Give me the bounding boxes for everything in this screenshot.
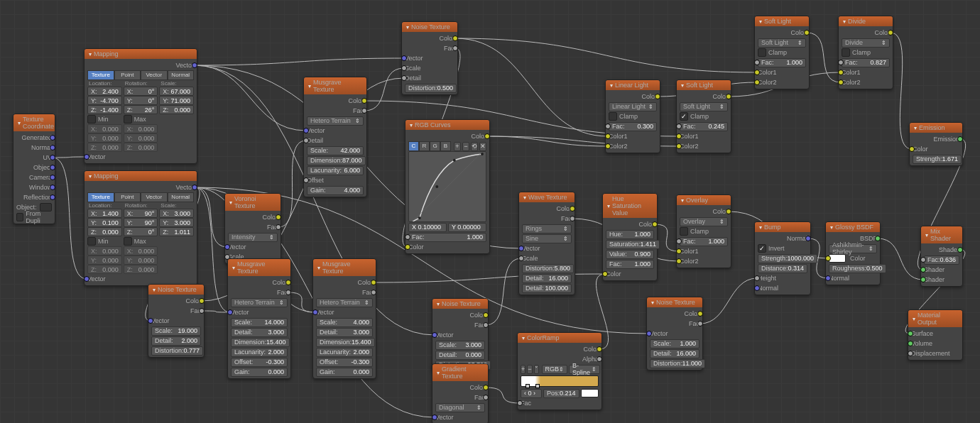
socket[interactable] (192, 185, 197, 190)
socket[interactable] (605, 123, 611, 129)
vec-field[interactable]: X:90° (124, 209, 158, 218)
socket[interactable] (199, 298, 205, 304)
field-Detail:[interactable]: Detail:16.000 (650, 348, 699, 358)
checkbox-Invert[interactable]: Invert (758, 243, 807, 253)
node-header[interactable]: Linear Light (606, 80, 660, 90)
dropdown[interactable]: Soft Light (758, 38, 806, 48)
ramp-controls[interactable]: +−˅RGBB-Spline (521, 364, 599, 374)
vec-field[interactable]: X:1.400 (87, 209, 122, 218)
socket[interactable] (432, 332, 437, 338)
dropdown[interactable]: Hetero Terrain (316, 297, 373, 307)
field-Offset:[interactable]: Offset:-0.300 (231, 357, 288, 367)
checkbox-Max[interactable]: Max (124, 114, 158, 124)
vec-field[interactable]: Y:0.100 (87, 218, 122, 227)
dropdown[interactable]: Sine (522, 234, 572, 243)
node-softlight1[interactable]: Soft LightColorSoft LightClampFac:1.000C… (754, 16, 810, 89)
node-header[interactable]: Gradient Texture (432, 364, 488, 381)
vec-field[interactable]: Z:1.011 (159, 227, 194, 236)
field-Fac:[interactable]: Fac:0.245 (680, 121, 728, 131)
socket[interactable] (361, 108, 367, 114)
node-curves[interactable]: RGB CurvesColorCRGB+−⟲✕X 0.10000Y 0.0000… (405, 119, 490, 254)
field-Lacunarity:[interactable]: Lacunarity:6.000 (307, 165, 364, 175)
node-header[interactable]: Musgrave Texture (313, 259, 376, 276)
socket[interactable] (303, 128, 309, 133)
field-Roughness:[interactable]: Roughness:0.500 (829, 263, 877, 273)
socket[interactable] (50, 175, 55, 180)
field-Scale:[interactable]: Scale:1.000 (650, 339, 699, 348)
socket[interactable] (483, 395, 489, 400)
field-Distortion:[interactable]: Distortion:0.500 (405, 83, 454, 93)
field-Fac:[interactable]: Fac:1.000 (408, 232, 486, 242)
socket[interactable] (192, 62, 197, 68)
socket[interactable] (483, 322, 489, 328)
node-header[interactable]: Divide (839, 16, 893, 26)
socket[interactable] (361, 98, 367, 104)
field-Scale:[interactable]: Scale:4.000 (316, 317, 373, 327)
field-Distortion:[interactable]: Distortion:11.000 (650, 358, 699, 368)
field-Fac:[interactable]: Fac:0.636 (924, 255, 959, 265)
socket[interactable] (754, 275, 760, 281)
field-Gain:[interactable]: Gain:4.000 (307, 185, 364, 195)
socket[interactable] (199, 308, 205, 314)
socket[interactable] (517, 400, 523, 406)
socket[interactable] (285, 280, 291, 285)
node-header[interactable]: Soft Light (677, 80, 731, 90)
vec-field[interactable]: Z:26° (124, 105, 158, 114)
socket[interactable] (597, 356, 602, 362)
socket[interactable] (957, 136, 963, 142)
node-noise2[interactable]: Noise TextureColorFacVectorScaleDetailDi… (401, 21, 458, 95)
dropdown[interactable]: Divide (842, 38, 890, 48)
dropdown[interactable]: Soft Light (680, 101, 728, 111)
field-Detail:[interactable]: Detail:3.000 (316, 327, 373, 337)
curve-editor[interactable] (408, 151, 486, 222)
node-musg2[interactable]: Musgrave TextureColorFacHetero TerrainVe… (312, 258, 376, 379)
socket[interactable] (804, 30, 810, 35)
object-picker[interactable]: Object: (16, 202, 52, 212)
field-Distortion:[interactable]: Distortion:0.777 (151, 346, 201, 356)
socket[interactable] (652, 221, 658, 227)
socket[interactable] (371, 290, 376, 295)
field-Dimension:[interactable]: Dimension:15.400 (316, 337, 373, 347)
vec-field[interactable]: Y:71.000 (159, 96, 194, 105)
checkbox-Clamp[interactable]: Clamp (842, 48, 890, 57)
node-wave[interactable]: Wave TextureColorFacRingsSineVectorScale… (518, 192, 575, 295)
node-emission[interactable]: EmissionEmissionColorStrength:1.671 (909, 122, 963, 166)
socket[interactable] (875, 236, 881, 241)
node-texcoord[interactable]: Texture CoordinateGeneratedNormalUVObjec… (13, 114, 55, 224)
socket[interactable] (646, 331, 652, 336)
node-voronoi[interactable]: Voronoi TextureColorFacIntensityVectorSc… (224, 193, 281, 264)
dropdown[interactable]: Overlay (680, 216, 728, 226)
dropdown[interactable]: Ashikhmin-Shirley (829, 243, 877, 253)
node-header[interactable]: Glossy BSDF (826, 222, 880, 232)
checkbox-Min[interactable]: Min (87, 114, 122, 124)
socket[interactable] (697, 311, 703, 317)
vec-field[interactable]: Y:-4.700 (87, 96, 122, 105)
field-Fac:[interactable]: Fac:1.000 (758, 57, 806, 67)
socket[interactable] (676, 133, 682, 139)
socket[interactable] (401, 75, 407, 81)
node-output[interactable]: Material OutputSurfaceVolumeDisplacement (908, 309, 963, 361)
field-Detail:[interactable]: Detail:3.000 (231, 327, 288, 337)
checkbox-Min[interactable]: Min (87, 236, 122, 246)
node-musg3[interactable]: Musgrave TextureColorFacHetero TerrainVe… (303, 77, 367, 197)
socket[interactable] (676, 248, 682, 254)
socket[interactable] (227, 309, 233, 315)
socket[interactable] (484, 133, 490, 139)
node-musg1[interactable]: Musgrave TextureColorFacHetero TerrainVe… (227, 258, 291, 379)
node-header[interactable]: Wave Texture (519, 192, 575, 202)
dropdown[interactable]: Linear Light (609, 101, 657, 111)
field-Distortion:[interactable]: Distortion:5.800 (522, 263, 572, 273)
field-Dimension:[interactable]: Dimension:15.400 (231, 337, 288, 347)
socket[interactable] (754, 79, 760, 85)
node-header[interactable]: Noise Texture (432, 299, 488, 309)
field-Lacunarity:[interactable]: Lacunarity:2.000 (316, 347, 373, 357)
node-noise4[interactable]: Noise TextureColorFacVectorScale:1.000De… (646, 297, 703, 370)
node-map1[interactable]: MappingVectorTexturePointVectorNormalLoc… (84, 48, 197, 164)
socket[interactable] (655, 94, 660, 99)
socket[interactable] (405, 234, 410, 240)
field-Dimension:[interactable]: Dimension:87.000 (307, 155, 364, 165)
socket[interactable] (602, 271, 608, 277)
socket[interactable] (888, 30, 893, 35)
socket[interactable] (84, 276, 89, 282)
vec-field[interactable]: X:67.000 (159, 87, 194, 96)
